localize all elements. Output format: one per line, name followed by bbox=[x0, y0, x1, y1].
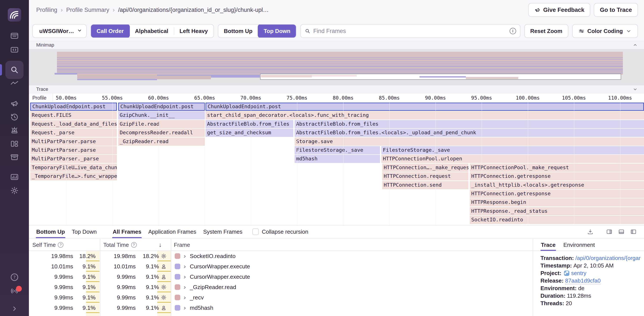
table-row[interactable]: 9.99ms9.1%9.99ms9.1%›CursorWrapper.execu… bbox=[29, 272, 533, 282]
minimap-stripe bbox=[57, 69, 623, 70]
sidebar-item-alerts[interactable] bbox=[10, 126, 19, 135]
details-tab-environment[interactable]: Environment bbox=[563, 239, 595, 251]
expand-chevron-icon[interactable]: › bbox=[184, 272, 186, 282]
details-field-value[interactable]: 87aab1d9cfa0 bbox=[565, 278, 601, 284]
layout-table-left-button[interactable] bbox=[628, 227, 638, 236]
frame-name[interactable]: md5hash bbox=[190, 303, 213, 313]
frame-name[interactable]: SocketIO.readinto bbox=[190, 251, 236, 261]
details-field-value: 119.28ms bbox=[567, 293, 591, 299]
details-field-value: Apr 2, 10:05 AM bbox=[574, 262, 614, 269]
self-time-percent: 9.1% bbox=[77, 282, 96, 292]
chevron-down-icon[interactable] bbox=[632, 86, 638, 92]
layout-table-bottom-button[interactable] bbox=[616, 227, 626, 236]
collapse-recursion-checkbox[interactable] bbox=[252, 229, 259, 235]
table-row[interactable]: 9.99ms9.1%9.99ms9.1%›_recv bbox=[29, 292, 533, 303]
table-row[interactable]: 19.98ms18.2%19.98ms18.2%›SocketIO.readin… bbox=[29, 251, 533, 261]
toolbar: uWSGIWor… Call OrderAlphabeticalLeft Hea… bbox=[29, 24, 644, 38]
details-field: Environment: de bbox=[540, 285, 640, 292]
self-time-header[interactable]: Self Time? bbox=[32, 239, 64, 251]
sort-descending-icon[interactable]: ↓ bbox=[159, 239, 162, 251]
minimap-canvas[interactable] bbox=[29, 49, 644, 85]
go-to-trace-button[interactable]: Go to Trace bbox=[594, 3, 638, 17]
search-input[interactable] bbox=[313, 28, 507, 34]
sidebar-item-issues[interactable] bbox=[10, 31, 19, 40]
gridline bbox=[205, 102, 205, 225]
help-circle-icon[interactable]: ? bbox=[131, 242, 137, 248]
table-row[interactable]: 10.01ms9.1%10.01ms9.1%›CursorWrapper.exe… bbox=[29, 261, 533, 272]
sort-option-left-heavy[interactable]: Left Heavy bbox=[174, 24, 214, 38]
frame-header[interactable]: Frame bbox=[174, 239, 190, 251]
sidebar-item-help[interactable]: ? bbox=[10, 273, 19, 282]
sort-option-call-order[interactable]: Call Order bbox=[90, 24, 130, 38]
minimap-stripe bbox=[57, 63, 623, 64]
tab-bottom-up[interactable]: Bottom Up bbox=[33, 225, 68, 238]
total-time-header[interactable]: Total Time? bbox=[103, 239, 137, 251]
expand-chevron-icon[interactable]: › bbox=[184, 292, 186, 303]
help-circle-icon[interactable]: ? bbox=[58, 242, 64, 248]
layout-table-right-button[interactable] bbox=[604, 227, 614, 236]
tab-application-frames[interactable]: Application Frames bbox=[145, 225, 200, 238]
sort-option-alphabetical[interactable]: Alphabetical bbox=[130, 24, 174, 38]
details-field: Project: sentry bbox=[540, 270, 640, 277]
reset-zoom-button[interactable]: Reset Zoom bbox=[524, 24, 568, 38]
minimap-viewport[interactable] bbox=[260, 74, 621, 80]
details-field: Threads: 20 bbox=[540, 300, 640, 307]
collapse-recursion-option[interactable]: Collapse recursion bbox=[252, 229, 308, 235]
expand-chevron-icon[interactable]: › bbox=[184, 303, 186, 313]
frame-color-swatch bbox=[175, 284, 180, 290]
layout-left-icon bbox=[630, 229, 637, 235]
sidebar-item-megaphone[interactable] bbox=[10, 99, 19, 108]
details-field-label: Duration: bbox=[540, 293, 567, 299]
self-time-value: 19.98ms bbox=[33, 251, 73, 261]
sidebar-item-replays[interactable] bbox=[10, 112, 19, 122]
sidebar-item-explore[interactable] bbox=[10, 45, 19, 54]
flamegraph-area[interactable]: ChunkUploadEndpoint.postChunkUploadEndpo… bbox=[29, 102, 644, 225]
expand-chevron-icon[interactable]: › bbox=[184, 282, 186, 292]
page-header: Profiling › Profile Summary › /api/0/org… bbox=[29, 0, 644, 20]
direction-option-top-down[interactable]: Top Down bbox=[258, 24, 296, 38]
sidebar-item-settings[interactable] bbox=[10, 186, 19, 195]
minimap-label: Minimap bbox=[36, 42, 54, 48]
frame-color-swatch bbox=[175, 305, 180, 311]
give-feedback-button[interactable]: Give Feedback bbox=[528, 3, 590, 17]
self-time-percent: 9.1% bbox=[77, 261, 96, 272]
chevron-down-icon bbox=[76, 27, 82, 35]
export-profile-button[interactable] bbox=[585, 227, 595, 236]
find-frames-search[interactable]: i bbox=[300, 24, 520, 38]
frame-name[interactable]: _recv bbox=[190, 292, 204, 303]
profile-chip: Profile bbox=[29, 93, 53, 102]
sidebar-item-releases[interactable] bbox=[10, 152, 19, 162]
sidebar-item-metrics[interactable] bbox=[10, 79, 19, 88]
chevron-up-icon[interactable] bbox=[632, 42, 638, 48]
details-field-value[interactable]: /api/0/organizations/{organ… bbox=[576, 255, 640, 261]
details-field-value[interactable]: sentry bbox=[571, 270, 586, 276]
sidebar-item-stats[interactable] bbox=[10, 172, 19, 182]
tab-all-frames[interactable]: All Frames bbox=[109, 225, 145, 238]
expand-chevron-icon[interactable]: › bbox=[184, 251, 186, 261]
gridline bbox=[66, 102, 67, 225]
sidebar-active-indicator bbox=[0, 64, 2, 75]
expand-chevron-icon[interactable]: › bbox=[184, 261, 186, 272]
breadcrumb-profiling[interactable]: Profiling bbox=[36, 7, 57, 13]
total-time-value: 9.99ms bbox=[96, 282, 136, 292]
frame-name[interactable]: _GzipReader.read bbox=[190, 282, 236, 292]
direction-option-bottom-up[interactable]: Bottom Up bbox=[218, 24, 258, 38]
breadcrumb-profile-summary[interactable]: Profile Summary bbox=[66, 7, 109, 13]
frame-name[interactable]: CursorWrapper.execute bbox=[190, 261, 250, 272]
tab-top-down[interactable]: Top Down bbox=[68, 225, 100, 238]
trace-section-header[interactable]: Trace bbox=[29, 85, 644, 93]
color-coding-dropdown[interactable]: Color Coding bbox=[572, 24, 638, 38]
details-tab-trace[interactable]: Trace bbox=[540, 239, 556, 251]
info-icon[interactable]: i bbox=[510, 28, 516, 34]
table-row[interactable]: 9.99ms9.1%9.99ms9.1%›_GzipReader.read bbox=[29, 282, 533, 292]
minimap-section-header[interactable]: Minimap bbox=[29, 41, 644, 49]
sidebar-item-active[interactable] bbox=[6, 61, 24, 79]
table-row[interactable]: 9.99ms9.1%9.99ms9.1%›md5hash bbox=[29, 303, 533, 313]
tab-system-frames[interactable]: System Frames bbox=[200, 225, 246, 238]
sidebar-item-expand[interactable] bbox=[10, 304, 19, 314]
thread-selector-label: uWSGIWor… bbox=[39, 28, 74, 34]
thread-selector[interactable]: uWSGIWor… bbox=[32, 24, 87, 38]
frame-name[interactable]: CursorWrapper.execute bbox=[190, 272, 250, 282]
sentry-logo[interactable] bbox=[8, 8, 21, 21]
sidebar-item-dashboards[interactable] bbox=[10, 139, 19, 149]
